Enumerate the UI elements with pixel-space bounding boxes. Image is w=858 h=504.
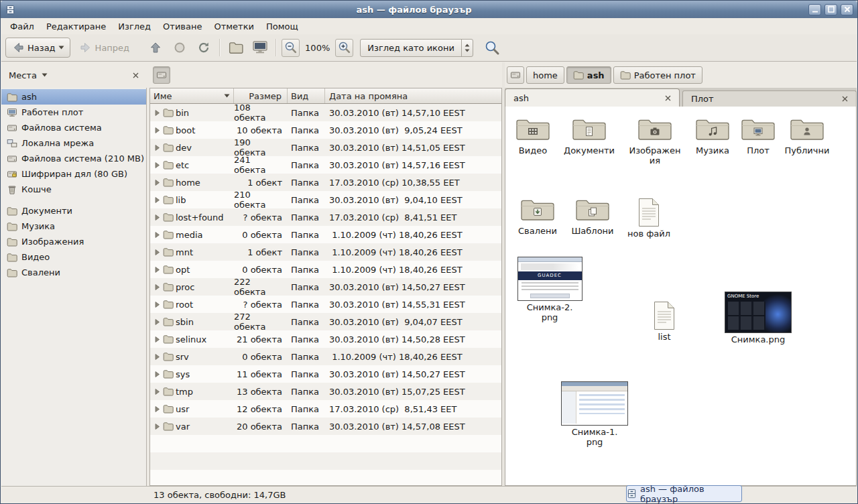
- file-row-srv[interactable]: srv0 обектаПапка 1.10.2009 (чт) 18,40,26…: [150, 348, 501, 365]
- pathbar-button-home[interactable]: home: [526, 66, 564, 84]
- icon-view-item-public[interactable]: Публични: [779, 116, 835, 156]
- expander-icon[interactable]: [154, 196, 161, 204]
- file-row-proc[interactable]: proc222 обектаПапка30.03.2010 (вт) 14,50…: [150, 278, 501, 296]
- icon-view-item-pictures[interactable]: Изображения: [627, 116, 683, 166]
- sidebar-item-pictures[interactable]: Изображения: [1, 234, 146, 249]
- file-row-sys[interactable]: sys11 обектаПапка30.03.2010 (вт) 14,50,2…: [150, 365, 501, 383]
- sidebar-item-documents[interactable]: Документи: [1, 203, 146, 218]
- tab-plot[interactable]: Плот: [682, 90, 857, 107]
- sidebar-item-downloads[interactable]: Свалени: [1, 265, 146, 280]
- menu-help[interactable]: Помощ: [260, 19, 304, 34]
- menu-go[interactable]: Отиване: [157, 19, 208, 34]
- icon-view-item-snimka-2[interactable]: GUADECСнимка-2.png: [513, 257, 587, 323]
- column-header-date[interactable]: Дата на промяна: [325, 88, 501, 103]
- file-row-mnt[interactable]: mnt1 обектПапка 1.10.2009 (чт) 18,40,26 …: [150, 243, 501, 261]
- pathbar-button-desktop[interactable]: Работен плот: [613, 66, 702, 84]
- file-row-usr[interactable]: usr12 обектаПапка17.03.2010 (ср) 8,51,43…: [150, 400, 501, 418]
- places-close-button[interactable]: [130, 70, 141, 81]
- left-pathbar-root-button[interactable]: [153, 66, 170, 84]
- column-header-size[interactable]: Размер: [234, 88, 288, 103]
- expander-icon[interactable]: [154, 405, 161, 413]
- tab-close-icon[interactable]: [842, 96, 848, 102]
- file-row-sbin[interactable]: sbin272 обектаПапка30.03.2010 (вт) 9,04,…: [150, 313, 501, 330]
- maximize-button[interactable]: [824, 4, 837, 15]
- tab-ash[interactable]: ash: [505, 88, 680, 107]
- chevron-down-icon[interactable]: [58, 46, 64, 50]
- menu-edit[interactable]: Редактиране: [40, 19, 112, 34]
- file-row-opt[interactable]: opt0 обектаПапка 1.10.2009 (чт) 18,40,26…: [150, 261, 501, 278]
- expander-icon[interactable]: [154, 214, 161, 221]
- expander-icon[interactable]: [154, 423, 161, 430]
- icon-view-item-list[interactable]: list: [636, 301, 692, 342]
- expander-icon[interactable]: [154, 109, 161, 117]
- pathbar-button-ash[interactable]: ash: [566, 66, 611, 84]
- home-button[interactable]: [225, 38, 247, 58]
- menu-bookmarks[interactable]: Отметки: [208, 19, 259, 34]
- zoom-out-button[interactable]: [282, 39, 300, 57]
- taskbar-window-button[interactable]: ash — файлов браузър: [626, 485, 742, 502]
- expander-icon[interactable]: [154, 266, 161, 273]
- expander-icon[interactable]: [154, 388, 161, 395]
- expander-icon[interactable]: [154, 318, 161, 326]
- sidebar-item-filesystem-210mb[interactable]: Файлова система (210 MB): [1, 151, 146, 166]
- file-row-lost+found[interactable]: lost+found? обектаПапка17.03.2010 (ср) 8…: [150, 208, 501, 226]
- sidebar-item-music[interactable]: Музика: [1, 218, 146, 234]
- sidebar-item-filesystem[interactable]: Файлова система: [1, 120, 146, 135]
- expander-icon[interactable]: [154, 336, 161, 343]
- back-button[interactable]: Назад: [5, 38, 70, 58]
- file-row-lib[interactable]: lib210 обектаПапка30.03.2010 (вт) 9,04,1…: [150, 191, 501, 208]
- search-button[interactable]: [481, 38, 503, 58]
- expander-icon[interactable]: [154, 162, 161, 169]
- file-row-bin[interactable]: bin108 обектаПапка30.03.2010 (вт) 14,57,…: [150, 104, 501, 121]
- spinner-icon[interactable]: [461, 40, 473, 56]
- view-mode-select[interactable]: Изглед като икони: [360, 39, 473, 57]
- icon-view-item-templates[interactable]: Шаблони: [564, 196, 621, 237]
- file-row-dev[interactable]: dev190 обектаПапка30.03.2010 (вт) 14,51,…: [150, 139, 501, 156]
- minimize-button[interactable]: [808, 4, 821, 15]
- zoom-in-button[interactable]: [335, 39, 353, 57]
- file-row-home[interactable]: home1 обектПапка17.03.2010 (ср) 10,38,55…: [150, 174, 501, 191]
- sidebar-item-video[interactable]: Видео: [1, 249, 146, 265]
- icon-view-item-snimka-1[interactable]: Снимка-1.png: [558, 381, 631, 448]
- column-header-name[interactable]: Име: [150, 88, 234, 103]
- forward-button[interactable]: Напред: [73, 38, 135, 58]
- expander-icon[interactable]: [154, 231, 161, 239]
- sidebar-item-ash[interactable]: ash: [1, 89, 146, 105]
- sidebar-item-desktop[interactable]: Работен плот: [1, 105, 146, 120]
- expander-icon[interactable]: [154, 179, 161, 186]
- file-row-boot[interactable]: boot10 обектаПапка30.03.2010 (вт) 9,05,2…: [150, 121, 501, 139]
- icon-view-item-videos[interactable]: Видео: [505, 116, 561, 156]
- expander-icon[interactable]: [154, 127, 161, 134]
- icon-view-item-new-file[interactable]: нов файл: [621, 198, 677, 239]
- icon-view-item-downloads[interactable]: Свалени: [509, 196, 566, 237]
- sidebar-item-encrypted-80gb[interactable]: Шифриран дял (80 GB): [1, 166, 146, 182]
- icon-view-item-snimka[interactable]: GNOME StoreСнимка.png: [721, 292, 795, 345]
- icon-view-item-documents[interactable]: Документи: [561, 116, 617, 156]
- close-button[interactable]: [841, 4, 853, 15]
- menu-view[interactable]: Изглед: [112, 19, 157, 34]
- pathbar-button-root[interactable]: [507, 66, 524, 84]
- file-row-root[interactable]: root? обектаПапка30.03.2010 (вт) 14,55,3…: [150, 296, 501, 313]
- expander-icon[interactable]: [154, 371, 161, 378]
- file-row-tmp[interactable]: tmp13 обектаПапка30.03.2010 (вт) 15,07,2…: [150, 383, 501, 400]
- tab-close-icon[interactable]: [665, 95, 671, 101]
- file-row-etc[interactable]: etc241 обектаПапка30.03.2010 (вт) 14,57,…: [150, 156, 501, 174]
- file-row-selinux[interactable]: selinux21 обектаПапка30.03.2010 (вт) 14,…: [150, 330, 501, 348]
- file-row-var[interactable]: var20 обектаПапка30.03.2010 (вт) 14,57,0…: [150, 418, 501, 435]
- column-header-type[interactable]: Вид: [288, 88, 325, 103]
- sidebar-item-local-network[interactable]: Локална мрежа: [1, 135, 146, 151]
- expander-icon[interactable]: [154, 144, 161, 151]
- up-button[interactable]: [145, 38, 166, 58]
- titlebar[interactable]: ash — файлов браузър: [1, 1, 857, 18]
- expander-icon[interactable]: [154, 284, 161, 291]
- sidebar-item-trash[interactable]: Кошче: [1, 182, 146, 197]
- menu-file[interactable]: Файл: [4, 19, 40, 34]
- icon-view-item-desktop[interactable]: Плот: [730, 116, 786, 156]
- expander-icon[interactable]: [154, 249, 161, 256]
- places-selector[interactable]: Места: [7, 68, 49, 83]
- expander-icon[interactable]: [154, 301, 161, 308]
- computer-button[interactable]: [249, 38, 271, 58]
- reload-button[interactable]: [193, 38, 214, 58]
- file-row-media[interactable]: media0 обектаПапка 1.10.2009 (чт) 18,40,…: [150, 226, 501, 243]
- expander-icon[interactable]: [154, 353, 161, 361]
